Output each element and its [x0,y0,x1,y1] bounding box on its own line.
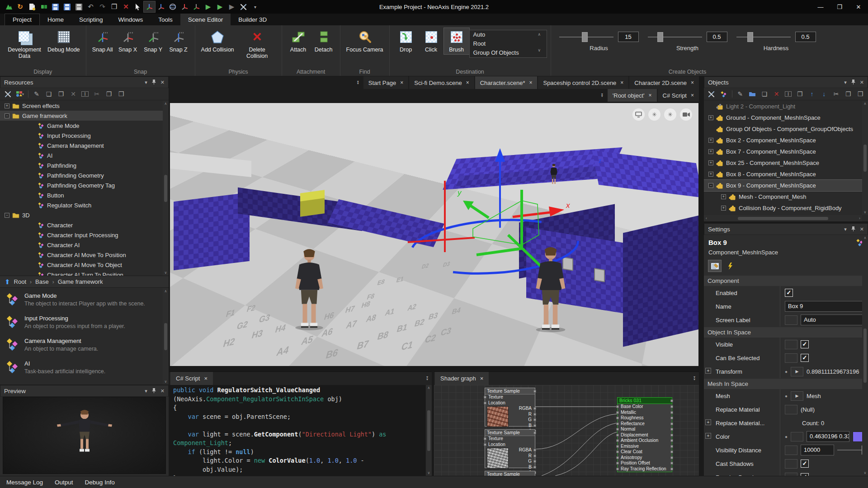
status-bar-item[interactable]: Message Log [6,479,43,486]
destination-option[interactable]: Group Of Objects [470,48,547,57]
resource-tree-item[interactable]: Character [0,220,169,230]
move-tool-icon[interactable] [144,1,155,12]
save-icon[interactable] [50,1,61,12]
sub-tab[interactable]: C# Script × [658,89,699,102]
add-collision-button[interactable]: Add Collision [199,28,236,54]
object-tree-item[interactable]: - Box 9 - Component_MeshInSpace [704,180,868,191]
close-tab-icon[interactable]: × [649,92,652,99]
expander[interactable]: + [708,138,713,143]
new-resource-icon[interactable]: ❐ [57,90,65,98]
section-object-in-space[interactable]: Object In Space [704,327,868,338]
resource-tree-item[interactable]: - 3D [0,210,169,220]
member-item[interactable]: Game ModeThe object to interact Player a… [0,288,169,311]
member-item[interactable]: AITask-based artificial intelligence. [0,356,169,379]
mesh-value[interactable]: Mesh [807,393,821,399]
hardness-value[interactable]: 0.5 [795,32,816,42]
camera-icon[interactable] [680,108,692,121]
breadcrumb-root[interactable]: Root [14,278,26,285]
undo-icon[interactable]: ↶ [85,1,96,12]
cut-icon[interactable]: ✂ [93,90,101,98]
delete-icon[interactable]: ✕ [773,90,781,98]
rotate-tool-icon[interactable] [167,1,179,12]
debug-mode-button[interactable]: Debug Mode [45,28,82,54]
members-scrollbar[interactable]: ∧∨ [163,288,169,385]
resources-members[interactable]: ∧∨ Game ModeThe object to interact Playe… [0,288,169,385]
document-tab[interactable]: Start Page × [363,76,408,89]
cast-shadows-checkbox[interactable]: ✓ [801,460,809,468]
expand-icon[interactable]: + [705,419,711,425]
expander[interactable]: - [708,183,713,188]
name-input[interactable]: Box 9 [785,301,865,312]
object-tree-item[interactable]: + Box 25 - Component_MeshInSpace [704,157,868,169]
resource-tree-item[interactable]: Button [0,190,169,200]
neoaxis-logo-icon[interactable] [3,1,14,12]
expander[interactable]: + [721,194,726,199]
tab-list-menu-icon[interactable]: ▾▾ [601,94,603,98]
pin-icon[interactable] [152,388,156,394]
close-button[interactable]: ✕ [849,0,868,14]
delete-icon[interactable]: ✕ [69,90,77,98]
paste-icon[interactable]: ❒ [856,90,864,98]
build-tools-icon[interactable] [238,1,249,12]
resource-tree-item[interactable]: Regulator Switch [0,200,169,210]
tab-events[interactable] [724,260,736,272]
settings-wrench-icon[interactable] [708,91,716,98]
snap-y-button[interactable]: Snap Y [141,28,166,54]
resource-tree-item[interactable]: Pathfinding [0,160,169,170]
object-tree-item[interactable]: + Box 7 - Component_MeshInSpace [704,146,868,157]
close-tab-icon[interactable]: × [480,375,484,382]
settings-scrollbar[interactable]: ∧∨ [862,235,868,476]
scene-viewport[interactable]: H2G2G3F1F2H3H4A4A5B6A6H6B7A7H7B8A8H8C1B1… [170,103,699,366]
default-box[interactable] [785,446,797,455]
components-icon[interactable] [38,1,49,12]
default-box[interactable] [791,432,803,441]
expander[interactable]: + [721,206,726,211]
click-button[interactable]: Click [419,28,444,54]
select-tool-icon[interactable] [132,1,143,12]
display-mode-icon[interactable] [632,108,645,121]
destination-list[interactable]: AutoRootGroup Of Objects [469,30,547,58]
resource-tree-item[interactable]: Game Mode [0,121,169,131]
code-tab[interactable]: C# Script× [170,372,213,385]
resource-tree-item[interactable]: AI [0,150,169,160]
object-tree-item[interactable]: Group Of Objects - Component_GroupOfObje… [704,123,868,135]
expander[interactable]: + [708,115,713,120]
close-tab-icon[interactable]: × [620,80,623,86]
texture-sample-node[interactable]: Texture Sample TextureLocation RGBARGBA [485,388,535,427]
settings-wrench-icon[interactable] [4,91,12,98]
close-icon[interactable]: ✕ [860,80,864,85]
object-tree-item[interactable]: + Collision Body - Component_RigidBody [704,202,868,214]
move-snap-tool-icon[interactable] [156,1,167,12]
section-mesh-in-space[interactable]: Mesh In Space [704,378,868,389]
code-scrollbar[interactable]: ∧∨ [426,385,432,476]
close-tab-icon[interactable]: × [204,375,208,382]
object-tree-item[interactable]: + Box 2 - Component_MeshInSpace [704,135,868,146]
resource-tree-item[interactable]: Pathfinding Geometry [0,170,169,180]
rename-icon[interactable]: I [81,91,89,97]
color-value-input[interactable]: 0.4630196 0.33 [807,431,849,442]
default-box[interactable] [785,459,797,469]
shader-graph-canvas[interactable]: Texture Sample TextureLocation RGBARGBA … [434,385,699,476]
can-be-selected-checkbox[interactable]: ✓ [801,354,809,362]
folder-icon[interactable] [748,91,756,97]
play-disabled-icon[interactable]: ▶ [226,1,237,12]
bricks-material-node[interactable]: Bricks 031 Base ColorMetallicRoughnessRe… [617,397,672,472]
default-box[interactable] [785,353,797,363]
edit-icon[interactable]: ✎ [33,90,41,98]
resource-tree-item[interactable]: Character Input Processing [0,230,169,240]
copy-icon[interactable]: ❐ [844,90,852,98]
enabled-checkbox[interactable]: ✓ [785,289,793,297]
ribbon-tab[interactable]: Scene Editor [180,14,231,25]
strength-value[interactable]: 0.5 [707,32,727,42]
ribbon-tab[interactable]: Project [5,14,40,25]
new-object-icon[interactable]: ❏ [760,90,769,98]
default-box[interactable] [785,315,797,325]
shader-graph-tab[interactable]: Shader graph× [435,372,489,385]
breadcrumb-up-icon[interactable]: ⬆ [5,278,10,286]
toolbar-overflow-icon[interactable]: ▾ [250,1,261,12]
objects-hscrollbar[interactable]: ‹› [704,215,862,221]
visibility-distance-input[interactable]: 10000 [801,445,834,455]
tab-properties[interactable] [708,260,721,272]
expander[interactable]: - [5,213,9,218]
brush-button[interactable]: Brush [444,28,469,54]
